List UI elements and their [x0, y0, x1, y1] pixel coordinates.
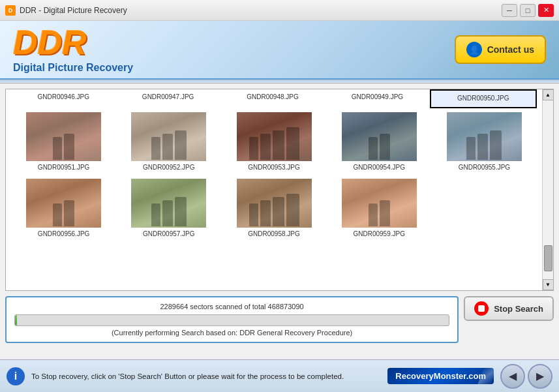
- ddr-logo: DDR: [13, 25, 133, 59]
- scroll-track: [543, 100, 553, 279]
- app-icon: D: [5, 5, 16, 16]
- brand-badge: RecoveryMonster.com: [387, 368, 494, 384]
- grid-area: GNDR00946.JPGGNDR00947.JPGGNDR00948.JPGG…: [6, 89, 542, 241]
- thumbnail-cell[interactable]: GNDR00949.JPG: [325, 89, 429, 106]
- thumbnail-image: [447, 112, 522, 161]
- info-message: To Stop recovery, click on 'Stop Search'…: [31, 372, 381, 380]
- nav-forward-button[interactable]: ▶: [528, 364, 552, 389]
- info-icon: i: [7, 367, 25, 385]
- thumbnail-cell[interactable]: GNDR00956.JPG: [11, 175, 116, 241]
- thumbnail-image: [342, 112, 417, 161]
- scroll-down-button[interactable]: ▼: [543, 279, 554, 290]
- grid-row: GNDR00956.JPGGNDR00957.JPGGNDR00958.JPGG…: [6, 175, 542, 241]
- app-header: DDR Digital Picture Recovery 👤 Contact u…: [0, 21, 559, 80]
- thumbnail-cell[interactable]: GNDR00957.JPG: [116, 175, 221, 241]
- progress-box: 2289664 sectors scanned of total 4688730…: [5, 296, 459, 343]
- contact-button[interactable]: 👤 Contact us: [455, 35, 546, 64]
- grid-row: GNDR00951.JPGGNDR00952.JPGGNDR00953.JPGG…: [6, 108, 542, 175]
- minimize-button[interactable]: ─: [502, 4, 517, 17]
- title-bar-left: D DDR - Digital Picture Recovery: [5, 5, 127, 16]
- progress-label: 2289664 sectors scanned of total 4688730…: [14, 303, 449, 310]
- thumbnail-image: [26, 179, 101, 228]
- window-controls: ─ □ ✕: [502, 4, 554, 17]
- stop-icon: [474, 301, 489, 316]
- thumbnail-cell[interactable]: [432, 175, 537, 183]
- progress-sublabel: (Currently performing Search based on: D…: [14, 329, 449, 337]
- main-content-area: GNDR00946.JPGGNDR00947.JPGGNDR00948.JPGG…: [0, 83, 559, 359]
- thumbnail-grid-container: GNDR00946.JPGGNDR00947.JPGGNDR00948.JPGG…: [5, 89, 554, 291]
- thumbnail-cell[interactable]: GNDR00947.JPG: [115, 89, 220, 106]
- thumbnail-image: [131, 112, 206, 161]
- header-branding: DDR Digital Picture Recovery: [13, 25, 133, 74]
- nav-buttons: ◀ ▶: [500, 364, 552, 389]
- thumbnail-image: [342, 179, 417, 228]
- contact-icon: 👤: [466, 42, 482, 57]
- title-bar: D DDR - Digital Picture Recovery ─ □ ✕: [0, 0, 559, 21]
- thumbnail-cell[interactable]: GNDR00952.JPG: [116, 108, 221, 175]
- progress-bar-fill: [15, 315, 17, 325]
- thumbnail-cell[interactable]: GNDR00953.JPG: [221, 108, 326, 175]
- thumbnail-cell[interactable]: GNDR00951.JPG: [11, 108, 116, 175]
- thumbnail-image: [26, 112, 101, 161]
- close-button[interactable]: ✕: [538, 4, 554, 17]
- thumbnail-cell[interactable]: GNDR00958.JPG: [221, 175, 326, 241]
- thumbnail-cell[interactable]: GNDR00946.JPG: [11, 89, 115, 106]
- thumbnail-cell[interactable]: GNDR00954.JPG: [327, 108, 432, 175]
- maximize-button[interactable]: □: [520, 4, 536, 17]
- thumbnail-cell[interactable]: GNDR00955.JPG: [432, 108, 537, 175]
- grid-row: GNDR00946.JPGGNDR00947.JPGGNDR00948.JPGG…: [6, 89, 542, 108]
- progress-bar-background: [14, 314, 449, 326]
- stop-search-button[interactable]: Stop Search: [464, 296, 554, 321]
- scrollbar[interactable]: ▲ ▼: [542, 89, 553, 290]
- scroll-up-button[interactable]: ▲: [543, 89, 554, 100]
- app-subtitle: Digital Picture Recovery: [13, 62, 133, 74]
- thumbnail-cell[interactable]: GNDR00948.JPG: [220, 89, 325, 106]
- stop-icon-inner: [478, 305, 485, 312]
- thumbnail-cell[interactable]: GNDR00959.JPG: [327, 175, 432, 241]
- nav-back-button[interactable]: ◀: [500, 364, 525, 389]
- bottom-bar: i To Stop recovery, click on 'Stop Searc…: [0, 359, 559, 392]
- window-title: DDR - Digital Picture Recovery: [20, 6, 127, 15]
- status-area: 2289664 sectors scanned of total 4688730…: [5, 296, 554, 343]
- thumbnail-image: [237, 112, 312, 161]
- thumbnail-cell[interactable]: GNDR00950.JPG: [430, 89, 537, 108]
- thumbnail-image: [237, 179, 312, 228]
- scroll-thumb[interactable]: [544, 245, 552, 271]
- thumbnail-image: [131, 179, 206, 228]
